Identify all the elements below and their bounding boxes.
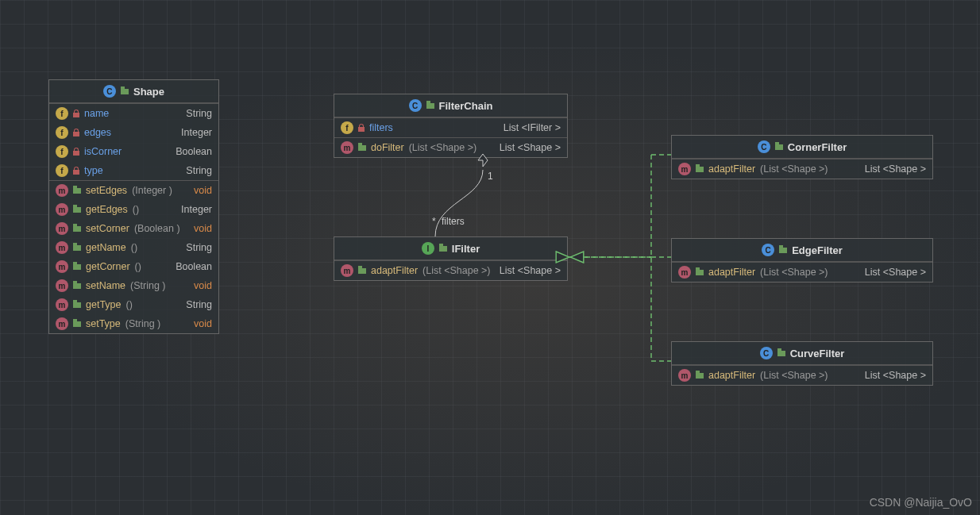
- field-row: fedgesInteger: [49, 123, 218, 142]
- multiplicity-star: *: [432, 216, 436, 227]
- method-params: (List <Shape >): [409, 142, 476, 153]
- class-header: C Shape: [49, 80, 218, 103]
- method-icon: m: [56, 222, 68, 235]
- field-type: String: [186, 165, 212, 176]
- package-icon: [73, 302, 81, 308]
- method-return: void: [194, 223, 212, 234]
- method-icon: m: [56, 279, 68, 292]
- class-curvefilter[interactable]: C CurveFilter madaptFilter(List <Shape >…: [671, 341, 933, 386]
- lock-icon: [73, 129, 79, 136]
- method-params: (List <Shape >): [760, 370, 828, 381]
- multiplicity-one: 1: [488, 171, 493, 182]
- method-name: adaptFilter: [371, 265, 418, 276]
- method-name: setCorner: [86, 223, 129, 234]
- field-icon: f: [56, 145, 68, 158]
- field-name: filters: [369, 122, 393, 133]
- field-name: edges: [84, 127, 111, 138]
- package-icon: [439, 246, 447, 252]
- method-name: getEdges: [86, 204, 128, 215]
- method-icon: m: [341, 141, 353, 154]
- class-icon: C: [103, 85, 116, 98]
- class-edgefilter[interactable]: C EdgeFilter madaptFilter(List <Shape >)…: [671, 238, 933, 282]
- method-return: void: [194, 185, 212, 196]
- field-icon: f: [56, 126, 68, 139]
- method-icon: m: [56, 241, 68, 254]
- class-name: CurveFilter: [790, 348, 845, 359]
- package-icon: [775, 144, 783, 150]
- method-return: Integer: [181, 204, 212, 215]
- class-ifilter[interactable]: I IFilter madaptFilter(List <Shape >)Lis…: [334, 236, 568, 281]
- method-row: mgetCorner()Boolean: [49, 257, 218, 276]
- method-name: getType: [86, 299, 121, 310]
- class-cornerfilter[interactable]: C CornerFilter madaptFilter(List <Shape …: [671, 135, 933, 179]
- class-header: C FilterChain: [334, 94, 567, 117]
- method-return: Boolean: [176, 261, 212, 272]
- field-name: isCorner: [84, 146, 122, 157]
- class-name: Shape: [133, 86, 164, 98]
- method-name: adaptFilter: [708, 163, 755, 175]
- field-row: fnameString: [49, 104, 218, 123]
- method-params: (List <Shape >): [422, 265, 490, 276]
- package-icon: [777, 351, 785, 356]
- methods-section: msetEdges(Integer )void mgetEdges()Integ…: [49, 180, 218, 333]
- method-icon: m: [56, 203, 68, 216]
- field-row: ffiltersList <IFilter >: [334, 118, 567, 137]
- method-name: setName: [86, 280, 125, 291]
- method-row: mgetEdges()Integer: [49, 200, 218, 219]
- field-name: name: [84, 108, 109, 119]
- method-icon: m: [56, 184, 68, 197]
- method-return: String: [186, 299, 212, 310]
- package-icon: [426, 103, 434, 109]
- method-params: (String ): [130, 280, 165, 291]
- package-icon: [73, 245, 81, 251]
- field-name: type: [84, 165, 103, 176]
- class-header: C CornerFilter: [672, 136, 932, 159]
- method-row: mgetType()String: [49, 295, 218, 314]
- method-return: String: [186, 242, 212, 253]
- lock-icon: [73, 110, 79, 117]
- class-name: CornerFilter: [788, 141, 847, 153]
- method-icon: m: [341, 264, 353, 277]
- method-params: (Integer ): [132, 185, 172, 196]
- class-filterchain[interactable]: C FilterChain ffiltersList <IFilter > md…: [334, 94, 568, 158]
- lock-icon: [73, 148, 79, 156]
- method-row: msetEdges(Integer )void: [49, 181, 218, 200]
- field-type: List <IFilter >: [504, 122, 561, 133]
- field-icon: f: [56, 107, 68, 120]
- methods-section: madaptFilter(List <Shape >)List <Shape >: [672, 365, 932, 385]
- method-return: void: [194, 318, 212, 329]
- package-icon: [696, 167, 704, 172]
- method-params: (String ): [125, 318, 160, 329]
- field-icon: f: [341, 121, 353, 134]
- method-icon: m: [678, 266, 691, 279]
- lock-icon: [73, 167, 79, 175]
- method-row: madaptFilter(List <Shape >)List <Shape >: [334, 261, 567, 280]
- method-row: madaptFilter(List <Shape >)List <Shape >: [672, 159, 932, 179]
- method-name: adaptFilter: [708, 370, 755, 381]
- method-row: madaptFilter(List <Shape >)List <Shape >: [672, 263, 932, 282]
- methods-section: madaptFilter(List <Shape >)List <Shape >: [672, 159, 932, 179]
- watermark: CSDN @Naijia_OvO: [870, 496, 972, 509]
- class-icon: C: [409, 99, 422, 112]
- lock-icon: [358, 124, 365, 132]
- field-type: String: [186, 108, 212, 119]
- method-row: msetType(String )void: [49, 314, 218, 333]
- method-params: (): [133, 204, 139, 215]
- fields-section: fnameString fedgesInteger fisCornerBoole…: [49, 103, 218, 180]
- field-row: fisCornerBoolean: [49, 142, 218, 161]
- methods-section: madaptFilter(List <Shape >)List <Shape >: [672, 262, 932, 282]
- field-type: Boolean: [176, 146, 212, 157]
- method-return: List <Shape >: [500, 142, 561, 153]
- method-icon: m: [56, 317, 68, 330]
- method-params: (Boolean ): [134, 223, 180, 234]
- method-name: getCorner: [86, 261, 130, 272]
- class-shape[interactable]: C Shape fnameString fedgesInteger fisCor…: [48, 79, 219, 334]
- method-row: mgetName()String: [49, 238, 218, 257]
- package-icon: [73, 226, 81, 232]
- class-header: C CurveFilter: [672, 342, 932, 365]
- package-icon: [73, 283, 81, 289]
- method-return: List <Shape >: [500, 265, 561, 276]
- class-name: FilterChain: [439, 100, 493, 112]
- method-return: List <Shape >: [865, 163, 926, 175]
- class-name: IFilter: [452, 243, 480, 255]
